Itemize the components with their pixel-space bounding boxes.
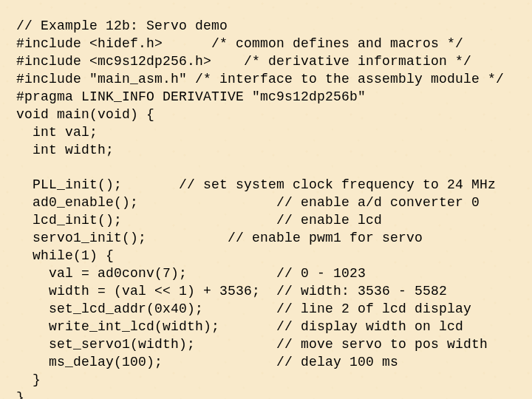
code-line: // Example 12b: Servo demo [16,18,228,33]
code-line: ms_delay(100); // delay 100 ms [16,355,398,369]
code-line: ad0_enable(); // enable a/d converter 0 [16,195,480,210]
code-line: } [16,372,41,387]
code-line: #pragma LINK_INFO DERIVATIVE "mc9s12dp25… [16,89,366,104]
code-line: #include <mc9s12dp256.h> /* derivative i… [16,54,471,69]
code-line: width = (val << 1) + 3536; // width: 353… [16,284,447,299]
code-line: write_int_lcd(width); // display width o… [16,319,463,334]
code-line: set_lcd_addr(0x40); // line 2 of lcd dis… [16,301,471,316]
code-line: #include "main_asm.h" /* interface to th… [16,72,504,86]
code-line: set_servo1(width); // move servo to pos … [16,337,488,352]
code-line: lcd_init(); // enable lcd [16,213,382,228]
code-line: servo1_init(); // enable pwm1 for servo [16,231,423,245]
code-line: while(1) { [16,248,114,263]
code-line: int val; [16,125,98,140]
code-block: // Example 12b: Servo demo #include <hid… [0,0,532,399]
code-line: int width; [16,143,114,157]
code-line: PLL_init(); // set system clock frequenc… [16,177,496,192]
code-line: #include <hidef.h> /* common defines and… [16,36,463,51]
code-line: void main(void) { [16,107,154,122]
code-line: } [16,390,24,399]
code-line: val = ad0conv(7); // 0 - 1023 [16,266,366,281]
